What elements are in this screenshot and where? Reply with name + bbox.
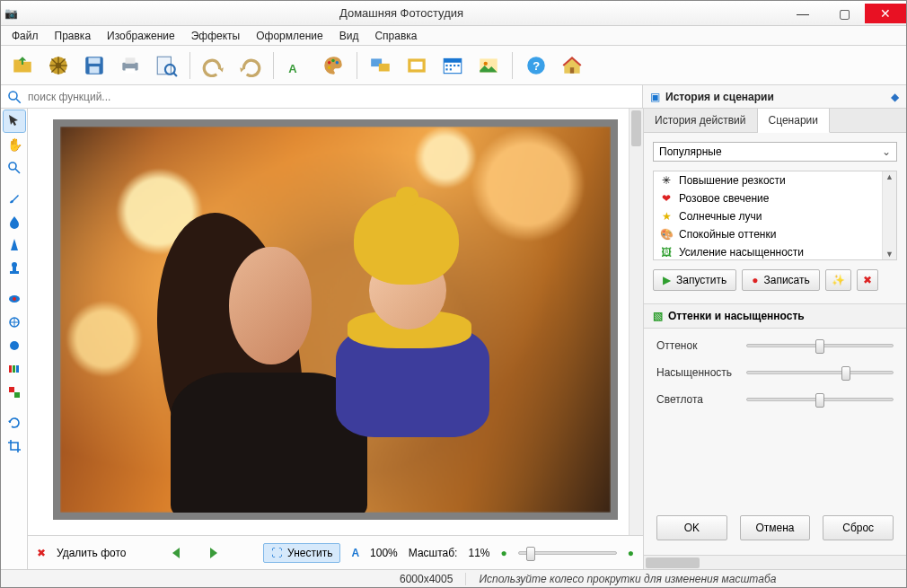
tool-hand[interactable]: ✋: [4, 134, 25, 155]
pin-icon[interactable]: ◆: [891, 91, 899, 103]
preset-label: Спокойные оттенки: [679, 228, 776, 241]
tool-rotate[interactable]: [4, 412, 25, 434]
tool-replace-color[interactable]: [4, 382, 25, 403]
fit-button[interactable]: ⛶ Унестить: [263, 543, 340, 563]
photo-canvas[interactable]: [60, 127, 611, 513]
svg-rect-8: [90, 66, 100, 74]
saturation-slider[interactable]: [746, 371, 894, 374]
status-dimensions: 6000x4005: [387, 573, 466, 585]
vertical-scrollbar[interactable]: [629, 109, 643, 535]
ok-button[interactable]: OK: [656, 515, 727, 540]
zoom-in-button[interactable]: ●: [628, 547, 634, 559]
canvas-viewport[interactable]: [28, 109, 643, 535]
menu-view[interactable]: Вид: [332, 28, 366, 44]
tool-blur[interactable]: [4, 211, 25, 233]
redo-button[interactable]: [235, 51, 264, 80]
hue-slider[interactable]: [746, 344, 894, 347]
palette-button[interactable]: [319, 51, 348, 80]
cancel-button[interactable]: Отмена: [740, 515, 811, 540]
svg-point-47: [10, 341, 19, 350]
panel-horizontal-scrollbar[interactable]: [644, 555, 906, 569]
open-button[interactable]: [8, 51, 37, 80]
list-item[interactable]: ❤Розовое свечение: [654, 189, 896, 207]
print-button[interactable]: [116, 51, 145, 80]
search-input[interactable]: [28, 91, 637, 103]
menu-decor[interactable]: Оформление: [249, 28, 330, 44]
tab-scenarios[interactable]: Сценарии: [758, 109, 830, 133]
frame-button[interactable]: [402, 51, 431, 80]
tool-burn[interactable]: [4, 335, 25, 356]
tool-hue[interactable]: [4, 358, 25, 380]
wand-icon: ✨: [832, 274, 845, 286]
calendar-button[interactable]: [438, 51, 467, 80]
slider-thumb[interactable]: [815, 339, 824, 354]
tool-crop[interactable]: [4, 435, 25, 457]
menu-edit[interactable]: Правка: [48, 28, 99, 44]
tool-brush[interactable]: [4, 188, 25, 209]
record-button[interactable]: ●Записать: [742, 269, 820, 291]
list-item[interactable]: ★Солнечные лучи: [654, 207, 896, 225]
preview-button[interactable]: [152, 51, 181, 80]
window-minimize-button[interactable]: —: [782, 4, 823, 23]
svg-rect-25: [444, 58, 462, 62]
svg-rect-30: [445, 68, 447, 70]
menu-help[interactable]: Справка: [367, 28, 424, 44]
photo-subject-child: [336, 196, 490, 381]
canvas-bottom-bar: ✖ Удалить фото ⛶ Унестить A 100% Масштаб…: [28, 535, 643, 569]
tool-redeye[interactable]: [4, 288, 25, 310]
actual-size-button[interactable]: 100%: [370, 547, 398, 559]
window-maximize-button[interactable]: ▢: [823, 4, 865, 23]
zoom-out-button[interactable]: ●: [501, 547, 507, 559]
run-button[interactable]: ▶Запустить: [653, 269, 736, 291]
tool-zoom[interactable]: [4, 157, 25, 179]
collage-button[interactable]: [366, 51, 395, 80]
cancel-label: Отмена: [755, 522, 794, 534]
next-photo-button[interactable]: [200, 543, 224, 563]
palette-icon: 🎨: [659, 228, 674, 241]
preset-category-combo[interactable]: Популярные ⌄: [653, 142, 897, 162]
svg-point-16: [328, 61, 330, 64]
zoom-slider[interactable]: [518, 551, 617, 555]
play-icon: ▶: [663, 274, 671, 286]
list-scrollbar[interactable]: [882, 171, 896, 259]
tool-stamp[interactable]: [4, 258, 25, 279]
list-item[interactable]: 🎨Спокойные оттенки: [654, 225, 896, 243]
slider-thumb[interactable]: [841, 366, 850, 381]
fit-label: Унестить: [287, 547, 332, 559]
menu-file[interactable]: Файл: [4, 28, 46, 44]
help-button[interactable]: ?: [522, 51, 550, 80]
window-close-button[interactable]: ✕: [865, 4, 906, 23]
tool-sharpen[interactable]: [4, 234, 25, 256]
text-button[interactable]: A: [283, 51, 312, 80]
slider-thumb[interactable]: [815, 393, 824, 408]
tab-history[interactable]: История действий: [644, 109, 758, 132]
menu-image[interactable]: Изображение: [100, 28, 182, 44]
svg-rect-49: [13, 365, 15, 373]
tool-dodge[interactable]: [4, 312, 25, 333]
delete-preset-button[interactable]: ✖: [857, 269, 878, 291]
svg-rect-50: [16, 365, 19, 373]
app-icon: 📷: [1, 7, 21, 20]
prev-photo-button[interactable]: [166, 543, 189, 563]
menubar: Файл Правка Изображение Эффекты Оформлен…: [1, 26, 906, 46]
batch-button[interactable]: [44, 51, 73, 80]
list-item[interactable]: 🖼Усиление насыщенности: [654, 243, 896, 260]
delete-photo-button[interactable]: Удалить фото: [57, 547, 126, 559]
svg-rect-48: [9, 365, 12, 373]
preset-list[interactable]: ✳Повышение резкости ❤Розовое свечение ★С…: [653, 171, 897, 260]
home-button[interactable]: [558, 51, 586, 80]
menu-effects[interactable]: Эффекты: [184, 28, 248, 44]
wand-button[interactable]: ✨: [825, 269, 851, 291]
tool-pointer[interactable]: [4, 110, 25, 132]
save-button[interactable]: [80, 51, 109, 80]
fit-icon: ⛶: [271, 547, 282, 559]
lightness-slider[interactable]: [746, 398, 894, 401]
reset-button[interactable]: Сброс: [823, 515, 894, 540]
svg-rect-10: [126, 57, 136, 64]
undo-button[interactable]: [199, 51, 228, 80]
zoom-thumb[interactable]: [526, 547, 535, 561]
combo-value: Популярные: [659, 145, 722, 158]
window-title: Домашняя Фотостудия: [21, 6, 782, 20]
list-item[interactable]: ✳Повышение резкости: [654, 171, 896, 189]
postcard-button[interactable]: [474, 51, 503, 80]
